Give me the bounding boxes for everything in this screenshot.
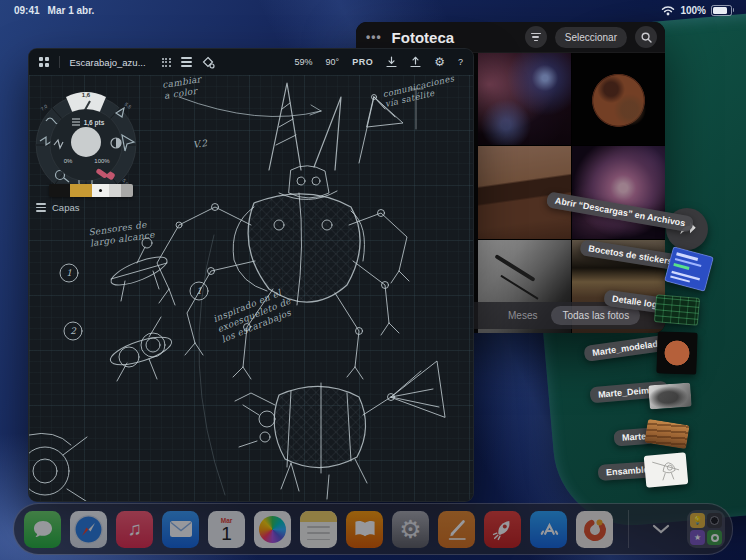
mini-app-ring <box>707 530 722 545</box>
color-swatch-white[interactable] <box>92 184 109 197</box>
settings-button[interactable]: ⚙ <box>434 56 445 68</box>
dock-app-mail[interactable] <box>162 511 199 548</box>
notes-header <box>300 511 337 522</box>
music-note-icon: ♫ <box>127 518 141 540</box>
drag-thumbnail-assembly[interactable] <box>644 452 689 488</box>
drag-thumbnail-circuit[interactable] <box>654 294 700 326</box>
dock-app-c-swirl[interactable] <box>576 511 613 548</box>
mark-1: 1 <box>66 268 72 278</box>
precision-button[interactable] <box>202 56 215 69</box>
mail-icon <box>169 520 193 538</box>
color-swatch-bar[interactable] <box>49 184 133 197</box>
tab-months[interactable]: Meses <box>508 310 537 321</box>
photo-grid <box>478 52 665 333</box>
document-title[interactable]: Escarabajo_azu... <box>70 57 146 68</box>
books-icon <box>352 516 378 542</box>
zoom-level[interactable]: 59% <box>295 57 313 67</box>
dock-app-notes[interactable] <box>300 511 337 548</box>
selected-swatch-dot <box>99 189 103 193</box>
size-left: 7,0 <box>40 104 49 112</box>
menu-button[interactable] <box>181 57 192 66</box>
opacity-max: 100% <box>94 158 110 164</box>
size-right: 5,5 <box>124 102 133 110</box>
dock-app-safari[interactable] <box>70 511 107 548</box>
status-bar: 09:41 Mar 1 abr. 100% <box>0 0 746 20</box>
rocket-icon <box>490 517 515 542</box>
settings-gear-icon: ⚙ <box>399 517 421 542</box>
window-controls-button[interactable]: ••• <box>364 30 384 44</box>
probe-silhouette <box>494 254 535 282</box>
drag-thumbnail-deimos[interactable] <box>648 383 692 410</box>
dock-app-music[interactable]: ♫ <box>116 511 153 548</box>
menu-lines-icon <box>181 57 192 59</box>
fototeca-title: Fototeca <box>392 29 455 46</box>
c-swirl-icon <box>580 514 610 544</box>
photos-flower-icon <box>259 516 286 543</box>
pen-icon <box>445 517 469 541</box>
color-swatch-gray[interactable] <box>121 184 133 197</box>
stroke-size-label: 1,6 pts <box>84 119 105 127</box>
help-button[interactable]: ? <box>458 57 463 67</box>
import-icon <box>387 57 396 67</box>
layers-icon <box>36 203 46 212</box>
messages-icon <box>31 517 55 541</box>
dock-app-sketch[interactable] <box>438 511 475 548</box>
dock-chevron-button[interactable] <box>644 523 678 535</box>
mini-app-camera <box>707 513 722 528</box>
gallery-button[interactable] <box>162 58 171 67</box>
drag-thumbnail-mars-model[interactable] <box>656 331 697 374</box>
color-swatch-lightgray[interactable] <box>109 184 121 197</box>
dock-app-photos[interactable] <box>254 511 291 548</box>
mini-app-star: ★ <box>690 530 705 545</box>
opacity-min: 0% <box>64 158 73 164</box>
battery-icon <box>711 5 732 16</box>
color-preview[interactable] <box>71 127 101 157</box>
rotation-value[interactable]: 90° <box>326 57 340 67</box>
layers-button[interactable]: Capas <box>36 202 79 213</box>
concepts-toolbar: Escarabajo_azu... 59% 90° PRO <box>29 49 473 76</box>
photo-thumbnail-mars-globe[interactable] <box>572 52 665 145</box>
dock-app-messages[interactable] <box>24 511 61 548</box>
search-icon <box>641 32 652 43</box>
photo-thumbnail-nebula[interactable] <box>478 52 571 145</box>
screen: Meses Todas las fotos ••• Fototeca Selec… <box>0 0 746 560</box>
pro-badge[interactable]: PRO <box>352 57 373 67</box>
chevron-down-icon <box>651 523 671 535</box>
wifi-icon <box>661 5 675 16</box>
color-swatch-gold[interactable] <box>70 184 92 197</box>
app-home-button[interactable] <box>39 57 49 67</box>
mark-1b: 1 <box>196 286 202 296</box>
tab-all-photos[interactable]: Todas las fotos <box>551 306 640 325</box>
drawing-canvas[interactable]: 1 2 1 cambiar a color comunicaciones vía… <box>29 75 473 501</box>
select-button[interactable]: Seleccionar <box>555 27 627 48</box>
mark-2: 2 <box>70 326 77 336</box>
gear-icon: ⚙ <box>434 55 445 69</box>
clock: 09:41 <box>14 5 40 16</box>
dock-app-books[interactable] <box>346 511 383 548</box>
export-button[interactable] <box>410 56 421 68</box>
concepts-window: Escarabajo_azu... 59% 90° PRO <box>28 48 474 502</box>
tool-wheel[interactable]: 1,6 7,0 5,5 6,8 5,9 <box>30 83 142 199</box>
date: Mar 1 abr. <box>48 5 95 16</box>
mini-app-lightbulb: 💡 <box>690 513 705 528</box>
grid-icon <box>39 57 43 61</box>
dock-app-appstore[interactable] <box>530 511 567 548</box>
color-swatch-black[interactable] <box>49 184 70 197</box>
dock-divider <box>628 510 629 548</box>
dock: ♫ Mar 1 ⚙ <box>13 503 733 555</box>
calendar-day: 1 <box>221 524 232 543</box>
filter-button[interactable] <box>525 26 547 48</box>
appstore-icon <box>535 516 562 543</box>
dock-app-calendar[interactable]: Mar 1 <box>208 511 245 548</box>
dock-app-rocket[interactable] <box>484 511 521 548</box>
battery-percent: 100% <box>680 5 706 16</box>
active-tool-size: 1,6 <box>82 92 91 98</box>
dock-recent-apps[interactable]: 💡 ★ <box>687 510 725 548</box>
import-button[interactable] <box>386 56 397 68</box>
filter-icon <box>531 33 541 42</box>
dock-app-settings[interactable]: ⚙ <box>392 511 429 548</box>
export-icon <box>411 57 420 66</box>
search-button[interactable] <box>635 26 657 48</box>
dots-grid-icon <box>162 58 164 60</box>
assembly-sketch-icon <box>648 456 684 485</box>
